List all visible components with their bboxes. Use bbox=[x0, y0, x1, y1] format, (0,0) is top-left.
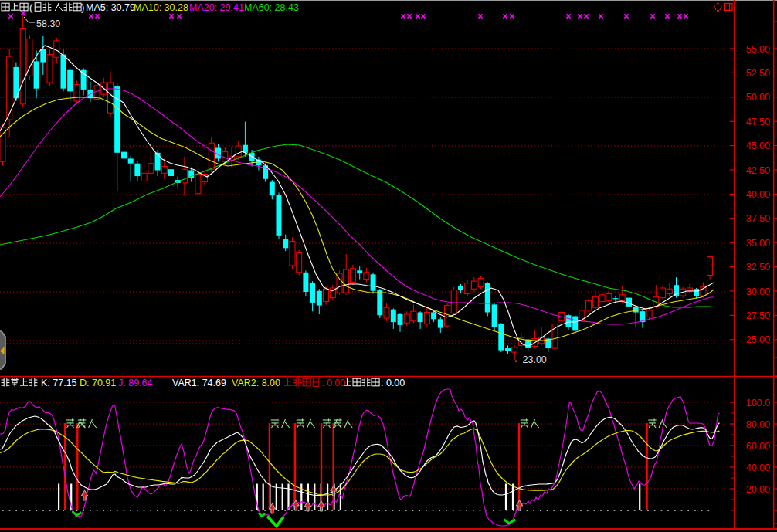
svg-text:60.00: 60.00 bbox=[746, 441, 770, 452]
svg-text:52.50: 52.50 bbox=[746, 68, 770, 79]
svg-text:80.00: 80.00 bbox=[746, 419, 770, 430]
svg-text:J: 89.64: J: 89.64 bbox=[118, 378, 153, 388]
svg-text:27.50: 27.50 bbox=[746, 310, 770, 321]
svg-text:50.00: 50.00 bbox=[746, 92, 770, 103]
svg-text:47.50: 47.50 bbox=[746, 117, 770, 127]
svg-text:(: ( bbox=[29, 2, 33, 13]
svg-text:MA10: 30.28: MA10: 30.28 bbox=[134, 2, 188, 13]
svg-text:100.0: 100.0 bbox=[746, 398, 770, 408]
svg-text:40.00: 40.00 bbox=[746, 463, 770, 473]
svg-text:58.30: 58.30 bbox=[36, 19, 60, 29]
svg-text:MA60: 28.43: MA60: 28.43 bbox=[244, 2, 299, 13]
svg-text:VAR2: 8.00: VAR2: 8.00 bbox=[232, 378, 280, 388]
svg-text:20.00: 20.00 bbox=[746, 484, 770, 495]
svg-text:42.50: 42.50 bbox=[746, 165, 770, 176]
svg-text:35.00: 35.00 bbox=[746, 238, 770, 249]
svg-text:: 0.00: : 0.00 bbox=[321, 378, 345, 388]
svg-text:MA5: 30.79: MA5: 30.79 bbox=[86, 2, 135, 13]
svg-text:37.50: 37.50 bbox=[746, 213, 770, 224]
svg-text:32.50: 32.50 bbox=[746, 262, 770, 273]
svg-text:): ) bbox=[81, 2, 84, 13]
svg-text:VAR1: 74.69: VAR1: 74.69 bbox=[172, 378, 226, 388]
svg-text:55.00: 55.00 bbox=[746, 44, 770, 55]
svg-text:45.00: 45.00 bbox=[746, 141, 770, 151]
svg-text:40.00: 40.00 bbox=[746, 189, 770, 200]
svg-text:: 0.00: : 0.00 bbox=[381, 378, 405, 388]
svg-text:30.00: 30.00 bbox=[746, 286, 770, 297]
svg-text:D: 70.91: D: 70.91 bbox=[80, 378, 116, 388]
svg-text:25.00: 25.00 bbox=[746, 334, 770, 345]
svg-text:←23.00: ←23.00 bbox=[513, 354, 547, 365]
svg-text:K: 77.15: K: 77.15 bbox=[41, 378, 77, 388]
svg-text:MA20: 29.41: MA20: 29.41 bbox=[189, 2, 244, 13]
